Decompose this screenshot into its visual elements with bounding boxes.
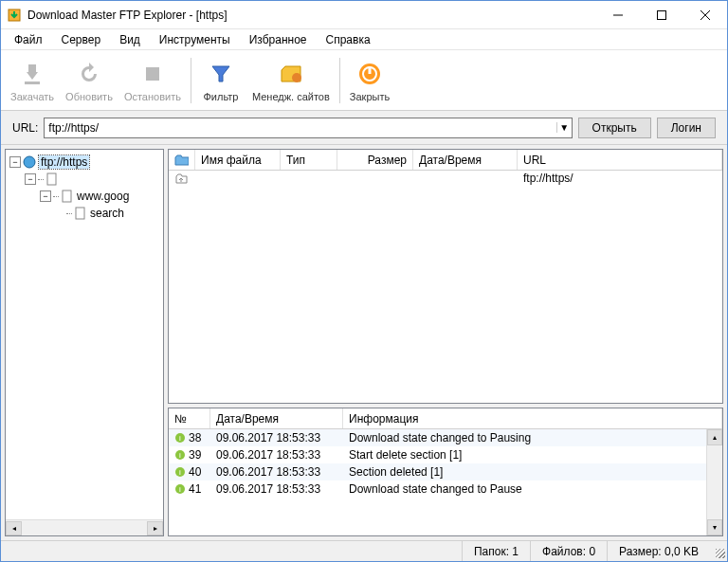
close-tool-button[interactable]: Закрыть <box>344 53 395 108</box>
filter-button[interactable]: Фильтр <box>195 53 246 108</box>
sites-label: Менедж. сайтов <box>252 91 330 102</box>
scroll-left-icon[interactable]: ◂ <box>6 521 22 535</box>
menu-file[interactable]: Файл <box>5 31 52 48</box>
close-button[interactable] <box>683 1 727 28</box>
log-header: № Дата/Время Информация <box>169 408 722 429</box>
toolbar-separator <box>339 58 340 103</box>
info-icon: i <box>174 483 186 495</box>
chevron-down-icon[interactable]: ▼ <box>556 122 572 133</box>
minimize-button[interactable] <box>596 1 640 28</box>
window-title: Download Master FTP Explorer - [https] <box>27 9 596 22</box>
tree-root[interactable]: − ftp://https <box>8 154 161 171</box>
up-folder-icon <box>174 172 188 185</box>
col-date[interactable]: Дата/Время <box>413 150 518 170</box>
open-button[interactable]: Открыть <box>578 118 651 138</box>
scroll-track[interactable] <box>707 445 722 519</box>
download-icon <box>19 59 46 89</box>
log-col-date[interactable]: Дата/Время <box>210 408 343 428</box>
menu-favorites[interactable]: Избранное <box>240 31 317 48</box>
menu-server[interactable]: Сервер <box>52 31 111 48</box>
svg-point-8 <box>292 73 301 82</box>
scroll-up-icon[interactable]: ▴ <box>707 429 722 445</box>
page-icon <box>46 172 59 186</box>
status-folders: Папок: 1 <box>462 541 530 561</box>
svg-text:i: i <box>179 468 181 477</box>
toolbar: Закачать Обновить Остановить Фильтр Мене… <box>1 50 727 111</box>
svg-point-12 <box>24 156 35 168</box>
folder-icon <box>174 154 189 166</box>
menu-tools[interactable]: Инструменты <box>150 31 240 48</box>
scroll-right-icon[interactable]: ▸ <box>147 521 163 535</box>
file-list-body[interactable]: ftp://https/ <box>169 171 722 403</box>
file-row[interactable]: ftp://https/ <box>169 171 722 188</box>
col-type[interactable]: Тип <box>281 150 337 170</box>
refresh-label: Обновить <box>65 91 113 102</box>
file-list-panel: Имя файла Тип Размер Дата/Время URL ftp:… <box>168 149 723 404</box>
sites-button[interactable]: Менедж. сайтов <box>246 53 336 108</box>
status-spacer <box>1 541 462 561</box>
svg-rect-7 <box>146 67 159 81</box>
scroll-down-icon[interactable]: ▾ <box>707 519 722 535</box>
menu-view[interactable]: Вид <box>110 31 150 48</box>
svg-rect-14 <box>63 190 71 202</box>
log-row[interactable]: i40 09.06.2017 18:53:33 Section deleted … <box>169 463 722 480</box>
download-button[interactable]: Закачать <box>5 53 60 108</box>
row-date <box>413 171 518 188</box>
url-label: URL: <box>12 121 38 135</box>
svg-rect-13 <box>47 173 56 185</box>
login-button[interactable]: Логин <box>657 118 716 138</box>
tree-hscroll[interactable]: ◂ ▸ <box>6 519 163 535</box>
log-col-num[interactable]: № <box>169 408 210 428</box>
svg-rect-6 <box>25 82 40 84</box>
log-info: Start delete section [1] <box>343 448 722 462</box>
info-icon: i <box>174 432 186 444</box>
row-size <box>337 171 413 188</box>
collapse-icon[interactable]: − <box>9 156 21 168</box>
row-name <box>195 171 281 188</box>
url-combo[interactable]: ▼ <box>44 118 572 138</box>
menu-help[interactable]: Справка <box>317 31 380 48</box>
url-input[interactable] <box>45 121 555 135</box>
tree-root-label: ftp://https <box>39 155 89 169</box>
col-url[interactable]: URL <box>518 150 722 170</box>
tree-node-label: search <box>90 207 124 220</box>
col-icon[interactable] <box>169 150 195 170</box>
info-icon: i <box>174 449 186 461</box>
refresh-button[interactable]: Обновить <box>60 53 118 108</box>
folder-tree[interactable]: − ftp://https − − www.goog search <box>6 150 163 519</box>
tree-node[interactable]: − www.goog <box>8 188 161 205</box>
maximize-button[interactable] <box>640 1 683 28</box>
collapse-icon[interactable]: − <box>40 190 51 202</box>
col-name[interactable]: Имя файла <box>195 150 281 170</box>
row-url: ftp://https/ <box>518 171 722 188</box>
filter-icon <box>208 59 234 89</box>
tree-node[interactable]: − <box>8 171 161 188</box>
stop-button[interactable]: Остановить <box>118 53 187 108</box>
collapse-icon[interactable]: − <box>25 173 36 185</box>
url-bar: URL: ▼ Открыть Логин <box>1 111 727 145</box>
log-row[interactable]: i38 09.06.2017 18:53:33 Download state c… <box>169 429 722 446</box>
globe-icon <box>23 155 36 169</box>
log-info: Section deleted [1] <box>343 465 722 479</box>
log-col-info[interactable]: Информация <box>343 408 722 428</box>
col-size[interactable]: Размер <box>337 150 413 170</box>
main-area: − ftp://https − − www.goog search <box>1 145 727 540</box>
sites-icon <box>278 59 304 89</box>
scroll-track[interactable] <box>22 521 147 535</box>
log-num: 41 <box>189 482 201 496</box>
log-num: 40 <box>189 465 201 479</box>
log-vscroll[interactable]: ▴ ▾ <box>706 429 722 535</box>
menubar: Файл Сервер Вид Инструменты Избранное Сп… <box>1 29 727 50</box>
log-panel: № Дата/Время Информация i38 09.06.2017 1… <box>168 408 723 536</box>
titlebar: Download Master FTP Explorer - [https] <box>1 1 727 29</box>
status-files: Файлов: 0 <box>530 541 607 561</box>
log-body[interactable]: i38 09.06.2017 18:53:33 Download state c… <box>169 429 722 535</box>
log-date: 09.06.2017 18:53:33 <box>210 448 343 462</box>
tree-node[interactable]: search <box>8 205 161 222</box>
toolbar-separator <box>191 58 191 103</box>
file-list-header: Имя файла Тип Размер Дата/Время URL <box>169 150 722 171</box>
log-row[interactable]: i41 09.06.2017 18:53:33 Download state c… <box>169 480 722 498</box>
log-row[interactable]: i39 09.06.2017 18:53:33 Start delete sec… <box>169 446 722 463</box>
resize-grip[interactable] <box>710 543 727 560</box>
tree-node-label: www.goog <box>77 190 129 203</box>
